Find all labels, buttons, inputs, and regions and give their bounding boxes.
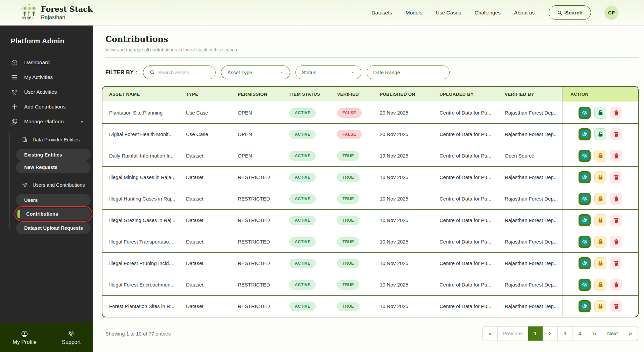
lock-icon: [597, 260, 604, 266]
verified-cell: TRUE: [330, 237, 373, 247]
nav-datasets[interactable]: Datasets: [372, 10, 392, 16]
view-button[interactable]: [579, 128, 591, 140]
pagination-page-5[interactable]: 5: [587, 326, 602, 341]
pagination-page-3[interactable]: 3: [557, 326, 572, 341]
trash-icon: [613, 238, 619, 245]
date-range-filter[interactable]: Date Range: [367, 65, 450, 79]
lock-button[interactable]: [594, 193, 606, 205]
sidebar-item-contributions[interactable]: Contributions: [16, 208, 91, 220]
lock-button[interactable]: [594, 214, 606, 226]
sidebar-item-add-contributions[interactable]: Add Contributions: [0, 99, 93, 114]
sidebar-item-existing-entities[interactable]: Existing Entities: [16, 149, 91, 161]
sidebar-item-dataset-upload-requests[interactable]: Dataset Upload Requests: [16, 222, 91, 234]
status-badge: ACTIVE: [289, 302, 316, 311]
published-on-cell: 10 Nov 2025: [373, 239, 433, 245]
sidebar-footer-my-profile[interactable]: My Profile: [13, 330, 37, 345]
view-button[interactable]: [579, 300, 591, 312]
delete-button[interactable]: [610, 214, 622, 226]
nav-use-cases[interactable]: Use Cases: [436, 10, 461, 16]
delete-button[interactable]: [610, 150, 622, 162]
nav-models[interactable]: Models: [406, 10, 422, 16]
pagination-first[interactable]: «: [482, 326, 497, 341]
sidebar-item-data-provider-entities[interactable]: Data Provider Entities: [0, 133, 93, 146]
view-button[interactable]: [579, 171, 591, 183]
sidebar-item-my-activities[interactable]: My Activities: [0, 70, 93, 85]
lock-icon: [597, 303, 604, 309]
pagination-next[interactable]: Next: [602, 326, 623, 341]
sidebar-item-label: User Activities: [24, 89, 57, 95]
lock-button[interactable]: [594, 300, 606, 312]
eye-icon: [581, 108, 589, 117]
status-filter[interactable]: Status: [295, 65, 361, 79]
delete-button[interactable]: [610, 171, 622, 183]
delete-button[interactable]: [610, 300, 622, 312]
pagination-page-1[interactable]: 1: [528, 326, 543, 341]
lock-button[interactable]: [594, 128, 606, 140]
column-header-verified-by: VERIFIED BY: [498, 92, 562, 97]
nav-challenges[interactable]: Challenges: [475, 10, 501, 16]
lock-button[interactable]: [594, 107, 606, 119]
pagination-page-4[interactable]: 4: [572, 326, 587, 341]
table-row: Illegal Forest Transportatio... Dataset …: [102, 231, 638, 252]
lock-button[interactable]: [594, 257, 606, 269]
view-button[interactable]: [579, 193, 591, 205]
sidebar: Platform Admin DashboardMy ActivitiesUse…: [0, 26, 93, 352]
sidebar-item-label: Add Contributions: [24, 104, 65, 110]
lock-button[interactable]: [594, 279, 606, 291]
sidebar-item-dashboard[interactable]: Dashboard: [0, 55, 93, 70]
trash-icon: [613, 217, 619, 223]
uploaded-by-cell: Centre of Data for Pu...: [433, 110, 498, 116]
sidebar-item-manage-platform[interactable]: Manage Platform: [0, 114, 93, 129]
view-button[interactable]: [579, 107, 591, 119]
permission-cell: OPEN: [231, 153, 283, 159]
permission-cell: RESTRICTED: [231, 282, 283, 288]
search-button[interactable]: Search: [549, 5, 591, 20]
delete-button[interactable]: [610, 128, 622, 140]
delete-button[interactable]: [610, 236, 622, 248]
sidebar-item-user-activities[interactable]: User Activities: [0, 85, 93, 99]
avatar[interactable]: CF: [604, 6, 618, 20]
pagination-previous[interactable]: Previous: [497, 326, 528, 341]
table-row: Illegal Forest Encroachmen... Dataset RE…: [102, 274, 638, 295]
verified-cell: TRUE: [330, 302, 373, 311]
asset-type-filter[interactable]: Asset Type: [221, 65, 290, 79]
lock-button[interactable]: [594, 236, 606, 248]
action-cell: [562, 296, 638, 317]
view-button[interactable]: [579, 257, 591, 269]
verified-badge: TRUE: [337, 237, 359, 247]
verified-badge: TRUE: [337, 280, 359, 290]
action-cell: [562, 145, 638, 166]
table-footer: Showing 1 to 10 of 77 entries «Previous1…: [105, 326, 638, 341]
delete-button[interactable]: [610, 257, 622, 269]
nav-about-us[interactable]: About us: [514, 10, 535, 16]
view-button[interactable]: [579, 150, 591, 162]
item-status-cell: ACTIVE: [283, 216, 330, 225]
sidebar-footer-support[interactable]: Support: [62, 330, 81, 345]
asset-search-pill[interactable]: [143, 65, 216, 79]
sidebar-item-users-and-contributions[interactable]: Users and Contributions: [0, 178, 93, 191]
item-status-cell: ACTIVE: [283, 173, 330, 182]
column-header-item-status: ITEM STATUS: [283, 92, 330, 97]
pagination-page-2[interactable]: 2: [543, 326, 557, 341]
lock-button[interactable]: [594, 171, 606, 183]
asset-name-cell: Illegal Forest Pruning Incid...: [102, 260, 179, 266]
search-icon: [557, 10, 562, 15]
published-on-cell: 10 Nov 2025: [373, 303, 433, 309]
view-button[interactable]: [579, 214, 591, 226]
sidebar-item-users[interactable]: Users: [16, 194, 91, 206]
sidebar-item-new-requests[interactable]: New Requests: [16, 161, 91, 173]
delete-button[interactable]: [610, 193, 622, 205]
view-button[interactable]: [579, 236, 591, 248]
delete-button[interactable]: [610, 279, 622, 291]
users-icon: [11, 88, 18, 96]
sidebar-item-label: Users and Contributions: [33, 182, 85, 188]
pagination-last[interactable]: »: [623, 326, 638, 341]
published-on-cell: 20 Nov 2025: [373, 110, 433, 116]
search-assets-input[interactable]: [158, 70, 209, 75]
lock-button[interactable]: [594, 150, 606, 162]
lock-icon: [597, 174, 604, 180]
delete-button[interactable]: [610, 107, 622, 119]
type-cell: Dataset: [179, 217, 231, 223]
view-button[interactable]: [579, 279, 591, 291]
type-cell: Dataset: [179, 153, 231, 159]
